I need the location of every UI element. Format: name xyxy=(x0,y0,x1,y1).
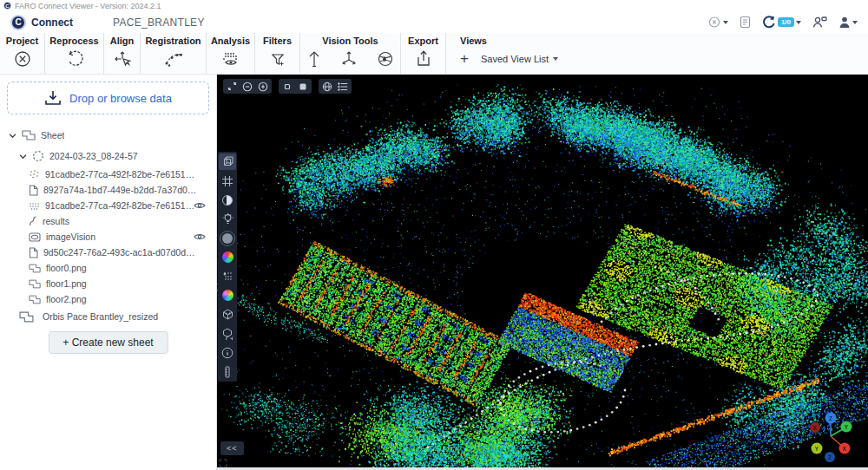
viewport-3d[interactable]: << Z X Y Y X Z xyxy=(217,75,868,470)
brand-name: Connect xyxy=(31,16,73,29)
rgb-sphere-button[interactable] xyxy=(219,287,236,304)
saved-view-list-label: Saved View List xyxy=(481,54,549,64)
undo-count-badge: 1/0 xyxy=(778,17,794,27)
resize-corner-icon[interactable] xyxy=(219,459,227,467)
colormap-button[interactable] xyxy=(219,249,236,265)
tree-label: 2024-03-23_08-24-57 xyxy=(49,151,138,161)
visibility-eye-icon[interactable] xyxy=(194,201,206,210)
clip-box-button[interactable] xyxy=(219,306,236,323)
tree-row-sheet[interactable]: Sheet xyxy=(0,125,216,146)
filters-icon xyxy=(269,50,286,68)
file-icon xyxy=(29,247,38,258)
measure-button[interactable] xyxy=(219,363,236,380)
add-view-button[interactable]: + xyxy=(460,51,469,66)
projection-globe-button[interactable] xyxy=(320,80,334,93)
box-rotate-button[interactable] xyxy=(219,325,236,342)
drop-browse-label: Drop or browse data xyxy=(69,92,172,105)
results-icon xyxy=(29,216,37,226)
sheet-icon xyxy=(29,279,41,289)
ribbon-group-registration[interactable]: Registration xyxy=(141,33,207,74)
ribbon-group-project[interactable]: Project xyxy=(0,33,45,74)
analysis-icon xyxy=(220,49,241,69)
feedback-button[interactable] xyxy=(812,16,827,29)
tree-row-geoslam[interactable]: 91cadbe2-77ca-492f-82be-7e615146d007.geo… xyxy=(0,166,216,182)
undo-button[interactable]: 1/0 xyxy=(762,16,801,29)
tree-label: Sheet xyxy=(41,130,64,140)
contrast-icon xyxy=(222,195,233,206)
grid-button[interactable] xyxy=(219,173,236,189)
person-icon xyxy=(838,16,851,29)
tree-row-laz[interactable]: 91cadbe2-77ca-492f-82be-7e615146d007.laz xyxy=(0,198,216,213)
align-icon xyxy=(113,49,132,69)
axis-gizmo[interactable]: Z X Y Y X Z xyxy=(806,408,856,463)
lighting-button[interactable] xyxy=(219,211,236,227)
report-button[interactable] xyxy=(740,16,751,29)
point-size-large-button[interactable] xyxy=(296,80,310,93)
ribbon-group-vision-tools[interactable]: Vision Tools xyxy=(300,33,401,74)
create-new-sheet-button[interactable]: + Create new sheet xyxy=(48,331,168,354)
sheet-icon xyxy=(22,130,36,140)
saved-view-list-dropdown[interactable]: Saved View List xyxy=(481,54,558,64)
density-button[interactable] xyxy=(219,268,236,284)
tree-row-floor0[interactable]: floor0.png xyxy=(0,260,216,276)
tree-row-results[interactable]: results xyxy=(0,213,216,229)
tree-label: imageVision xyxy=(46,232,95,242)
ribbon-group-align[interactable]: Align xyxy=(104,33,141,74)
tree-row-orbis-sheet[interactable]: Orbis Pace Brantley_resized xyxy=(0,307,216,326)
shading-button[interactable] xyxy=(219,230,236,246)
point-cloud-canvas[interactable] xyxy=(217,75,868,467)
circle-x-icon xyxy=(708,16,721,29)
point-size-small-button[interactable] xyxy=(280,80,294,93)
caret-expanded-icon[interactable] xyxy=(19,153,27,160)
vision-axes-icon xyxy=(339,49,358,69)
ribbon-group-filters[interactable]: Filters xyxy=(255,33,300,74)
gizmo-label-y: Y xyxy=(815,446,819,452)
layer-list-button[interactable] xyxy=(336,80,350,93)
gizmo-label-y: Y xyxy=(845,424,849,430)
ribbon-label: Views xyxy=(460,36,487,46)
chevron-down-icon xyxy=(852,21,858,24)
tree-row-imagevision[interactable]: imageVision xyxy=(0,229,216,245)
account-button[interactable] xyxy=(838,16,858,29)
gizmo-label-x: X xyxy=(813,425,818,431)
sphere-icon xyxy=(222,233,233,244)
reprocess-icon xyxy=(65,49,84,69)
file-tree: Sheet 2024-03-23_08-24-57 91cadbe2-77ca-… xyxy=(0,125,216,326)
window-title: FARO Connect Viewer - Version: 2024.2.1 xyxy=(15,2,161,10)
ribbon-label: Project xyxy=(6,36,38,46)
drop-browse-data-button[interactable]: Drop or browse data xyxy=(7,82,209,114)
tree-row-floor2[interactable]: floor2.png xyxy=(0,291,216,307)
zoom-out-button[interactable] xyxy=(240,80,254,93)
ribbon-group-export[interactable]: Export xyxy=(401,33,446,74)
tree-label: floor0.png xyxy=(46,263,87,273)
connection-status-button[interactable] xyxy=(708,16,728,29)
sheet-icon xyxy=(29,295,41,304)
collapse-panel-button[interactable]: << xyxy=(220,441,244,455)
tree-row-file[interactable]: 8927a74a-1bd7-449e-b2dd-7a37d05a71f5 xyxy=(0,182,216,198)
gizmo-label-x: X xyxy=(843,446,847,452)
fit-view-button[interactable] xyxy=(225,80,239,93)
chevron-down-icon xyxy=(553,57,558,61)
pointcloud-icon xyxy=(29,201,40,211)
tree-label: 91cadbe2-77ca-492f-82be-7e615146d007.laz xyxy=(45,200,200,211)
ribbon-label: Vision Tools xyxy=(322,36,378,46)
point-color-button[interactable] xyxy=(219,192,236,208)
caret-expanded-icon[interactable] xyxy=(9,132,16,140)
tree-row-scan[interactable]: 2024-03-23_08-24-57 xyxy=(0,146,216,166)
ribbon-group-reprocess[interactable]: Reprocess xyxy=(45,33,104,74)
tree-row-file[interactable]: 9d50c247-76a2-493c-ac1a-d07d0d4dd782 xyxy=(0,245,216,260)
zoom-in-button[interactable] xyxy=(256,80,270,93)
info-button[interactable] xyxy=(219,344,236,361)
geoslam-icon xyxy=(29,169,40,180)
tree-row-floor1[interactable]: floor1.png xyxy=(0,276,216,291)
ribbon-group-analysis[interactable]: Analysis xyxy=(207,33,255,74)
tree-label: Orbis Pace Brantley_resized xyxy=(43,311,158,322)
image-icon xyxy=(29,232,41,242)
view-cube-button[interactable] xyxy=(219,153,236,170)
ribbon-label: Filters xyxy=(263,36,292,46)
visibility-eye-icon[interactable] xyxy=(194,232,206,241)
color-wheel-icon xyxy=(222,251,233,263)
vision-pin-icon xyxy=(306,49,322,69)
viewport-side-toolbar xyxy=(218,152,237,382)
ribbon-label: Export xyxy=(408,36,438,46)
